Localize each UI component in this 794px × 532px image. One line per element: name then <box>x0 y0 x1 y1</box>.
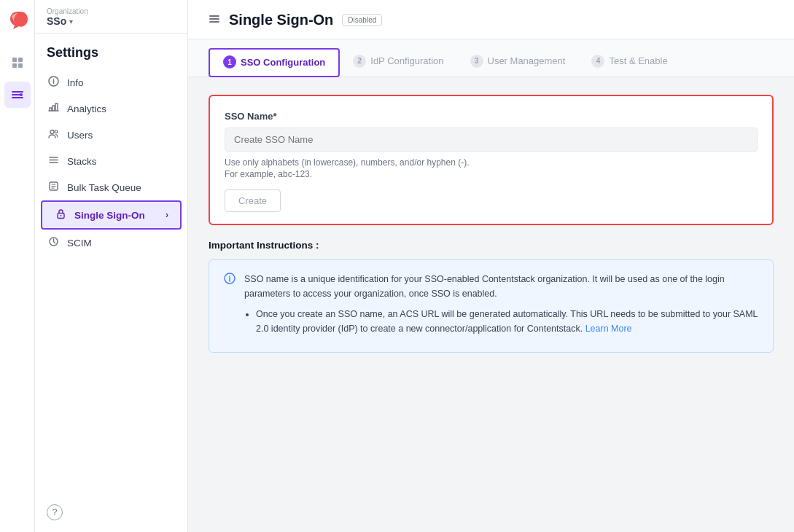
tab-user-mgmt-label: User Management <box>488 55 566 66</box>
svg-rect-2 <box>12 63 17 68</box>
tab-test-num: 4 <box>591 55 604 68</box>
info-blue-icon <box>224 273 236 340</box>
sso-name-label: SSO Name* <box>225 111 758 122</box>
sidebar-item-stacks[interactable]: Stacks <box>35 148 187 174</box>
bulk-task-icon <box>47 181 60 194</box>
instruction-item-1: SSO name is a unique identification for … <box>244 272 758 301</box>
sidebar-item-single-sign-on[interactable]: Single Sign-On › <box>41 200 182 230</box>
tab-test-label: Test & Enable <box>609 55 667 66</box>
page-title: Single Sign-On <box>229 12 333 28</box>
svg-point-6 <box>50 130 54 134</box>
sso-hint-line2: For example, abc-123. <box>225 169 758 179</box>
sidebar-item-bulk-task-queue[interactable]: Bulk Task Queue <box>35 174 187 200</box>
sidebar-item-users[interactable]: Users <box>35 122 187 148</box>
rail-grid-icon[interactable] <box>4 50 31 76</box>
tab-idp-num: 2 <box>353 55 366 68</box>
hamburger-icon[interactable] <box>209 13 220 28</box>
info-icon <box>47 76 60 89</box>
tab-idp-label: IdP Configuration <box>370 55 443 66</box>
sidebar-item-scim[interactable]: SCIM <box>35 230 187 256</box>
svg-rect-1 <box>18 58 23 62</box>
app-logo <box>6 9 29 32</box>
instruction-item-2: Once you create an SSO name, an ACS URL … <box>256 307 758 336</box>
sidebar-item-scim-label: SCIM <box>67 238 92 249</box>
svg-rect-3 <box>18 63 23 68</box>
instructions-content: SSO name is a unique identification for … <box>244 272 758 340</box>
sso-config-box: SSO Name* Use only alphabets (in lowerca… <box>209 95 774 225</box>
tab-user-mgmt-num: 3 <box>470 55 483 68</box>
svg-rect-0 <box>12 58 17 62</box>
status-badge: Disabled <box>342 14 382 26</box>
org-name: SSo <box>47 15 66 27</box>
tab-sso-config-label: SSO Configuration <box>241 57 325 68</box>
sidebar-nav: Info Analytics U <box>35 69 187 256</box>
users-icon <box>47 128 60 141</box>
sso-name-input[interactable] <box>225 128 758 152</box>
learn-more-link[interactable]: Learn More <box>585 324 632 334</box>
instructions-title: Important Instructions : <box>209 240 774 251</box>
sidebar-item-analytics-label: Analytics <box>67 103 106 114</box>
tab-test-enable[interactable]: 4 Test & Enable <box>578 49 680 77</box>
rail-settings-icon[interactable] <box>4 82 31 108</box>
sidebar-title: Settings <box>35 34 187 69</box>
single-sign-on-icon <box>54 208 67 222</box>
sidebar-bottom: ? <box>35 493 187 532</box>
analytics-icon <box>47 102 60 115</box>
help-button[interactable]: ? <box>47 504 176 520</box>
org-label: Organization <box>47 7 176 15</box>
sidebar-item-info[interactable]: Info <box>35 69 187 95</box>
help-icon: ? <box>47 504 63 520</box>
svg-point-4 <box>20 93 23 96</box>
sidebar: Organization SSo ▾ Settings Info <box>35 0 188 532</box>
sidebar-item-stacks-label: Stacks <box>67 156 97 167</box>
sso-hint-line1: Use only alphabets (in lowercase), numbe… <box>225 157 758 168</box>
sidebar-item-single-sign-on-label: Single Sign-On <box>74 210 145 221</box>
sidebar-item-info-label: Info <box>67 77 84 88</box>
instructions-box: SSO name is a unique identification for … <box>209 259 774 353</box>
create-button[interactable]: Create <box>225 189 281 212</box>
tab-user-management[interactable]: 3 User Management <box>457 49 579 77</box>
svg-point-7 <box>55 130 58 133</box>
tab-sso-config-num: 1 <box>223 55 236 69</box>
org-selector[interactable]: SSo ▾ <box>47 15 176 27</box>
svg-point-10 <box>60 215 61 216</box>
page-header: Single Sign-On Disabled <box>188 0 794 39</box>
scim-icon <box>47 236 60 249</box>
single-sign-on-chevron-icon: › <box>166 210 168 220</box>
stacks-icon <box>47 154 60 168</box>
content-area: SSO Name* Use only alphabets (in lowerca… <box>188 77 794 532</box>
icon-rail <box>0 0 35 532</box>
org-chevron-icon: ▾ <box>69 17 73 26</box>
main-content: Single Sign-On Disabled 1 SSO Configurat… <box>188 0 794 532</box>
tab-idp-configuration[interactable]: 2 IdP Configuration <box>340 49 456 77</box>
org-header: Organization SSo ▾ <box>35 0 187 34</box>
sidebar-item-analytics[interactable]: Analytics <box>35 95 187 122</box>
sidebar-item-bulk-task-label: Bulk Task Queue <box>67 182 141 193</box>
sidebar-item-users-label: Users <box>67 130 93 141</box>
tabs-bar: 1 SSO Configuration 2 IdP Configuration … <box>188 39 794 77</box>
tab-sso-configuration[interactable]: 1 SSO Configuration <box>209 48 340 77</box>
